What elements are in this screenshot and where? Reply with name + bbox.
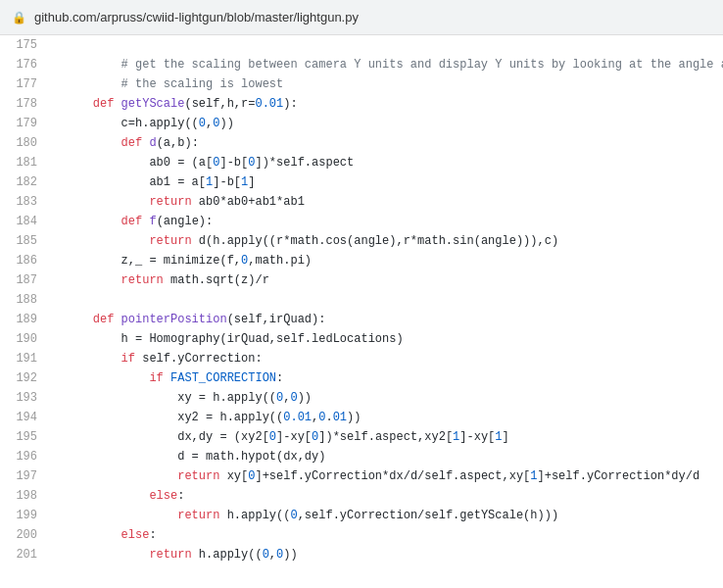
line-number: 182 [0,172,49,192]
code-token: ]+self.yCorrection*dx/d/self.aspect,xy[ [255,469,530,483]
table-row: 177 # the scaling is lowest [0,74,723,94]
table-row: 191 if self.yCorrection: [0,349,723,368]
table-row: 181 ab0 = (a[0]-b[0])*self.aspect [0,153,723,172]
table-row: 197 return xy[0]+self.yCorrection*dx/d/s… [0,466,723,486]
line-code: z,_ = minimize(f,0,math.pi) [49,251,723,270]
table-row: 198 else: [0,486,723,506]
line-number: 178 [0,94,49,114]
code-token: FAST_CORRECTION [170,371,276,385]
code-token: if [65,371,170,385]
line-code: def getYScale(self,h,r=0.01): [49,94,723,114]
table-row: 187 return math.sqrt(z)/r [0,270,723,290]
code-token: def [65,97,121,111]
line-code: def pointerPosition(self,irQuad): [49,310,723,329]
line-code: def f(angle): [49,212,723,231]
code-token: h.apply(( [199,548,263,562]
line-number: 192 [0,368,49,388]
code-token: if [65,352,142,366]
code-token: def [65,215,149,228]
line-code: return h.apply((0,self.yCorrection/self.… [49,506,723,525]
table-row: 193 xy = h.apply((0,0)) [0,388,723,408]
line-code: xy = h.apply((0,0)) [49,388,723,408]
code-token: d [149,136,156,150]
table-row: 200 else: [0,525,723,545]
code-token: )) [298,391,312,405]
line-number: 187 [0,270,49,290]
line-number: 197 [0,466,49,486]
table-row: 180 def d(a,b): [0,133,723,153]
code-token: ab1 = a[ [65,175,206,189]
code-token: )) [347,411,361,424]
table-row: 183 return ab0*ab0+ab1*ab1 [0,192,723,212]
table-row: 188 [0,290,723,310]
code-token: (angle): [157,215,214,228]
table-row: 196 d = math.hypot(dx,dy) [0,447,723,466]
code-token: : [276,371,283,385]
code-token: # the scaling is lowest [65,77,283,91]
code-token: xy2 = h.apply(( [65,411,283,424]
code-token: 0 [290,509,297,522]
line-number: 184 [0,212,49,231]
line-number: 186 [0,251,49,270]
lock-icon: 🔒 [12,11,26,24]
code-token: d(h.apply((r*math.cos(angle),r*math.sin(… [199,234,558,248]
browser-bar: 🔒 github.com/arpruss/cwiid-lightgun/blob… [0,0,723,35]
line-number: 185 [0,231,49,251]
code-token: ab0*ab0+ab1*ab1 [199,195,305,209]
line-code: return d(h.apply((r*math.cos(angle),r*ma… [49,231,723,251]
table-row: 184 def f(angle): [0,212,723,231]
table-row: 199 return h.apply((0,self.yCorrection/s… [0,506,723,525]
code-token: h.apply(( [227,509,291,522]
code-token: ,math.pi) [248,254,312,268]
code-token: ( [184,97,191,111]
url-bar: github.com/arpruss/cwiid-lightgun/blob/m… [34,10,359,24]
table-row: 176 # get the scaling between camera Y u… [0,55,723,74]
table-row: 179 c=h.apply((0,0)) [0,114,723,133]
line-code: # get the scaling between camera Y units… [49,55,723,74]
line-number: 189 [0,310,49,329]
code-token: 1 [530,469,537,483]
code-token: xy = h.apply(( [65,391,276,405]
code-token: def [65,136,149,150]
code-token: : [177,489,184,503]
code-token: ]+self.yCorrection*dy/d [538,469,700,483]
code-token: 01 [333,411,347,424]
table-row: 194 xy2 = h.apply((0.01,0.01)) [0,408,723,427]
line-number: 188 [0,290,49,310]
line-number: 201 [0,545,49,564]
code-token: getYScale [121,97,185,111]
code-token: else [65,528,149,542]
table-row: 190 h = Homography(irQuad,self.ledLocati… [0,329,723,349]
code-token: pointerPosition [121,313,227,326]
line-code: ab1 = a[1]-b[1] [49,172,723,192]
code-token: dx,dy = (xy2[ [65,430,269,444]
line-code [49,35,723,55]
line-number: 176 [0,55,49,74]
table-row: 201 return h.apply((0,0)) [0,545,723,564]
line-code: # the scaling is lowest [49,74,723,94]
line-number: 190 [0,329,49,349]
table-row: 185 return d(h.apply((r*math.cos(angle),… [0,231,723,251]
code-token: self [192,97,220,111]
code-token: ]-xy[ [276,430,312,444]
code-token: math.sqrt(z)/r [170,273,269,287]
line-code: return math.sqrt(z)/r [49,270,723,290]
code-token: ,self.yCorrection/self.getYScale(h))) [298,509,558,522]
code-token: ] [503,430,509,444]
code-token: ])*self.aspect [255,156,354,170]
code-table: 175 176 # get the scaling between camera… [0,35,723,564]
code-token: ] [248,175,255,189]
line-number: 195 [0,427,49,447]
code-token: 0 [263,548,269,562]
code-token: : [149,528,156,542]
code-token: d = math.hypot(dx,dy) [65,450,325,464]
line-number: 200 [0,525,49,545]
code-token: ]-b[ [213,175,241,189]
code-token: , [269,548,276,562]
code-token: 1 [495,430,502,444]
line-code [49,290,723,310]
code-token: return [65,469,227,483]
code-token: ]-b[ [219,156,248,170]
code-token: 0.01 [255,97,283,111]
line-code: else: [49,525,723,545]
